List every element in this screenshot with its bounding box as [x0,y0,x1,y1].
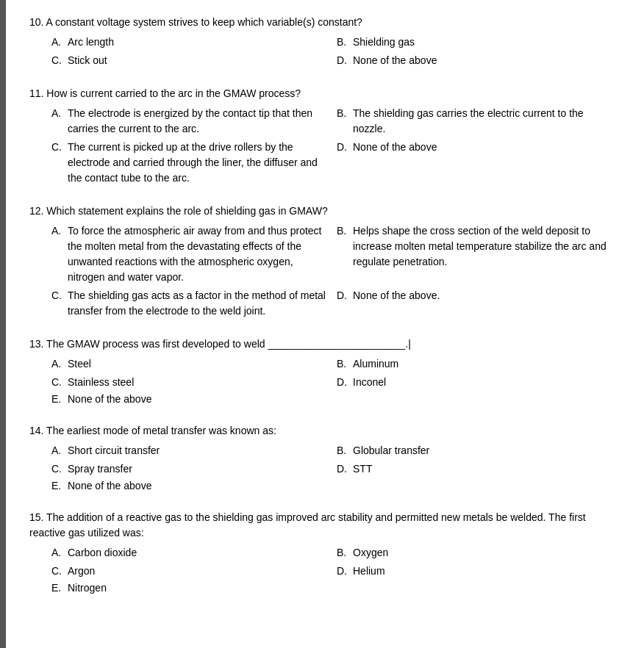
option-label-3-0: A. [51,356,68,372]
option-3-3: D.Inconel [337,375,615,390]
question-12: 12. Which statement explains the role of… [29,204,615,320]
option-1-2: C.The current is picked up at the drive … [51,140,329,186]
option-label-1-1: B. [337,106,353,121]
option-label-2-3: D. [337,288,353,303]
option-label-2-2: C. [51,288,68,303]
option-3-0: A.Steel [51,356,329,372]
option-extra-3-0: E.None of the above [51,392,615,407]
left-bar [0,0,6,627]
option-label-0-2: C. [51,53,68,68]
options-grid-5: A.Carbon dioxideB.OxygenC.ArgonD.Helium [29,545,615,580]
options-grid-2: A.To force the atmospheric air away from… [29,223,615,320]
option-3-1: B.Aluminum [337,356,615,372]
option-extra-4-0: E.None of the above [51,478,615,494]
option-4-3: D.STT [337,461,615,477]
option-extra-text-5-0: Nitrogen [68,580,615,596]
option-4-0: A.Short circuit transfer [51,443,329,458]
option-text-4-2: Spray transfer [68,461,329,477]
option-5-1: B.Oxygen [337,545,615,561]
option-label-5-2: C. [51,564,68,579]
option-text-4-3: STT [353,461,615,477]
option-text-3-1: Aluminum [353,356,615,372]
question-10: 10. A constant voltage system strives to… [29,15,615,70]
question-text-2: 12. Which statement explains the role of… [29,204,615,219]
option-label-5-0: A. [51,545,68,561]
option-4-2: C.Spray transfer [51,461,329,477]
option-text-0-3: None of the above [353,53,615,68]
option-text-4-1: Globular transfer [353,443,615,458]
option-label-0-3: D. [337,53,353,68]
option-4-1: B.Globular transfer [337,443,615,458]
question-13: 13. The GMAW process was first developed… [29,336,615,407]
option-extra-text-4-0: None of the above [68,478,615,494]
option-label-4-2: C. [51,461,68,477]
options-grid-3: A.SteelB.AluminumC.Stainless steelD.Inco… [29,356,615,392]
option-label-1-0: A. [51,106,68,121]
option-text-5-0: Carbon dioxide [68,545,329,561]
option-label-4-0: A. [51,443,68,458]
option-label-1-2: C. [51,140,68,155]
question-15: 15. The addition of a reactive gas to th… [29,510,615,596]
option-extra-label-5-0: E. [51,580,68,596]
option-text-2-1: Helps shape the cross section of the wel… [353,223,615,270]
option-label-0-1: B. [337,35,353,50]
option-text-2-0: To force the atmospheric air away from a… [68,223,329,285]
option-text-1-3: None of the above [353,140,615,155]
option-2-1: B.Helps shape the cross section of the w… [337,223,615,285]
option-label-3-2: C. [51,375,68,390]
option-3-2: C.Stainless steel [51,375,329,390]
option-text-3-3: Inconel [353,375,615,390]
option-label-1-3: D. [337,140,353,155]
option-label-3-3: D. [337,375,353,390]
option-label-4-1: B. [337,443,353,458]
option-text-1-2: The current is picked up at the drive ro… [68,140,329,186]
option-5-3: D.Helium [337,564,615,579]
option-text-3-2: Stainless steel [68,375,329,390]
option-text-4-0: Short circuit transfer [68,443,329,458]
question-text-4: 14. The earliest mode of metal transfer … [29,423,615,439]
options-grid-0: A.Arc lengthB.Shielding gasC.Stick outD.… [29,35,615,70]
options-grid-1: A.The electrode is energized by the cont… [29,106,615,187]
option-2-0: A.To force the atmospheric air away from… [51,223,329,285]
option-5-0: A.Carbon dioxide [51,545,329,561]
option-text-5-3: Helium [353,564,615,579]
option-text-0-0: Arc length [68,35,329,50]
option-5-2: C.Argon [51,564,329,579]
option-text-0-1: Shielding gas [353,35,615,50]
option-text-0-2: Stick out [68,53,329,68]
extra-options-4: E.None of the above [29,478,615,494]
option-0-2: C.Stick out [51,53,329,68]
options-grid-4: A.Short circuit transferB.Globular trans… [29,443,615,478]
option-2-3: D.None of the above. [337,288,615,319]
option-0-0: A.Arc length [51,35,329,50]
extra-options-5: E.Nitrogen [29,580,615,596]
option-text-2-3: None of the above. [353,288,615,303]
option-text-1-1: The shielding gas carries the electric c… [353,106,615,137]
option-text-5-1: Oxygen [353,545,615,561]
option-label-0-0: A. [51,35,68,50]
option-1-3: D.None of the above [337,140,615,186]
option-extra-text-3-0: None of the above [68,392,615,407]
option-label-3-1: B. [337,356,353,372]
question-text-5: 15. The addition of a reactive gas to th… [29,510,615,541]
question-14: 14. The earliest mode of metal transfer … [29,423,615,494]
option-extra-label-4-0: E. [51,478,68,494]
option-extra-5-0: E.Nitrogen [51,580,615,596]
option-label-5-1: B. [337,545,353,561]
question-text-0: 10. A constant voltage system strives to… [29,15,615,30]
option-1-1: B.The shielding gas carries the electric… [337,106,615,137]
option-label-2-1: B. [337,223,353,239]
option-0-3: D.None of the above [337,53,615,68]
question-11: 11. How is current carried to the arc in… [29,86,615,187]
question-text-1: 11. How is current carried to the arc in… [29,86,615,101]
option-text-5-2: Argon [68,564,329,579]
option-extra-label-3-0: E. [51,392,68,407]
option-text-3-0: Steel [68,356,329,372]
option-1-0: A.The electrode is energized by the cont… [51,106,329,137]
question-text-3: 13. The GMAW process was first developed… [29,336,615,352]
option-text-2-2: The shielding gas acts as a factor in th… [68,288,329,319]
option-text-1-0: The electrode is energized by the contac… [68,106,329,137]
extra-options-3: E.None of the above [29,392,615,407]
option-label-2-0: A. [51,223,68,239]
option-2-2: C.The shielding gas acts as a factor in … [51,288,329,319]
